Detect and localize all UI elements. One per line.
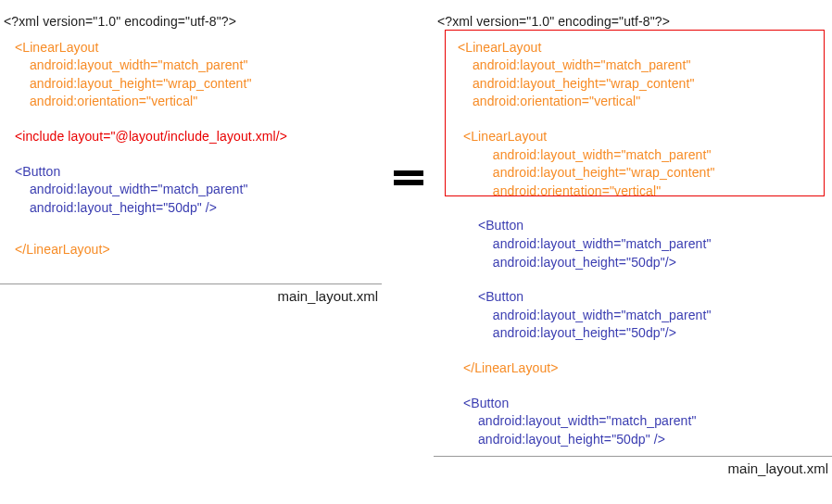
include-line: <include layout="@layout/include_layout.… <box>0 128 382 146</box>
r-btn3-w: android:layout_width="match_parent" <box>434 412 832 431</box>
r-inner-ll-h: android:layout_height="wrap_content" <box>434 164 832 183</box>
r-ll-open: <LinearLayout <box>434 39 832 57</box>
r-inner-ll-w: android:layout_width="match_parent" <box>434 146 832 165</box>
left-code-panel: <?xml version="1.0" encoding="utf-8"?> <… <box>0 13 382 304</box>
r-btn3-open: <Button <box>434 395 832 413</box>
ll-open: <LinearLayout <box>0 39 382 57</box>
r-btn2-open: <Button <box>434 288 832 307</box>
divider <box>0 284 382 284</box>
ll-o: android:orientation="vertical" <box>0 93 382 111</box>
ll-h: android:layout_height="wrap_content" <box>0 75 382 94</box>
ll-close: </LinearLayout> <box>0 241 382 259</box>
r-btn1-w: android:layout_width="match_parent" <box>434 235 832 254</box>
right-code-panel: <?xml version="1.0" encoding="utf-8"?> <… <box>434 13 832 476</box>
r-btn2-w: android:layout_width="match_parent" <box>434 307 832 325</box>
xml-decl-r: <?xml version="1.0" encoding="utf-8"?> <box>434 13 832 32</box>
r-inner-ll-open: <LinearLayout <box>434 128 832 146</box>
r-btn3-h: android:layout_height="50dp" /> <box>434 431 832 449</box>
r-btn1-open: <Button <box>434 217 832 235</box>
caption-left: main_layout.xml <box>0 288 382 304</box>
r-btn2-h: android:layout_height="50dp"/> <box>434 324 832 343</box>
xml-decl: <?xml version="1.0" encoding="utf-8"?> <box>0 13 382 32</box>
btn-open: <Button <box>0 163 382 182</box>
r-ll-w: android:layout_width="match_parent" <box>434 57 832 75</box>
r-btn1-h: android:layout_height="50dp"/> <box>434 254 832 272</box>
ll-w: android:layout_width="match_parent" <box>0 57 382 75</box>
btn-w: android:layout_width="match_parent" <box>0 181 382 199</box>
r-inner-ll-o: android:orientation="vertical" <box>434 183 832 201</box>
equals-icon <box>384 167 434 189</box>
r-ll-o: android:orientation="vertical" <box>434 93 832 111</box>
r-inner-ll-close: </LinearLayout> <box>434 359 832 378</box>
btn-h: android:layout_height="50dp" /> <box>0 199 382 218</box>
caption-right: main_layout.xml <box>434 460 832 476</box>
r-ll-h: android:layout_height="wrap_content" <box>434 75 832 94</box>
divider-r <box>434 456 832 457</box>
